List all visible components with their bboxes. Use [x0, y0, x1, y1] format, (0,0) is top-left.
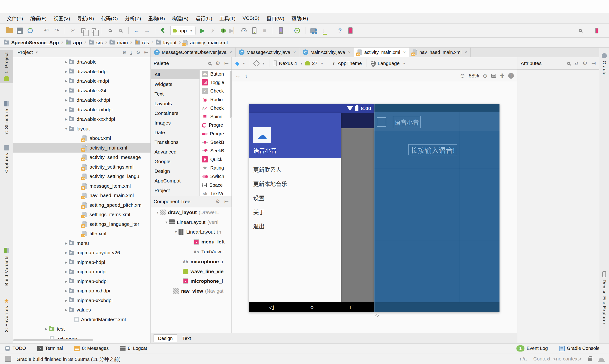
palette-widget-ratingbar[interactable]: Rating — [200, 164, 229, 172]
menu-view[interactable]: 视图(V) — [50, 15, 74, 22]
tab-mainactivity[interactable]: CMainActivity.java× — [299, 48, 354, 57]
breadcrumb-app[interactable]: app — [66, 40, 82, 45]
palette-category-all[interactable]: All — [151, 70, 199, 79]
search-everywhere-icon[interactable] — [576, 26, 584, 35]
tab-messagecontentobserver[interactable]: CMessageContentObserver.java× — [151, 48, 235, 57]
toolwindow-terminal-button[interactable]: Terminal — [37, 346, 63, 351]
menu-build[interactable]: 构建(B) — [168, 15, 192, 22]
menu-run[interactable]: 运行(U) — [192, 15, 216, 22]
blueprint-hint-outline[interactable]: 长按输入语音! — [408, 144, 457, 156]
toolwindow-logcat-button[interactable]: 6: Logcat — [120, 346, 147, 351]
menu-code[interactable]: 代码(C) — [98, 15, 121, 22]
tree-item-drawable-hdpi[interactable]: ▶drawable-hdpi — [13, 67, 151, 77]
palette-widget-quickcontactbadge[interactable]: Quick — [200, 155, 229, 164]
event-log-button[interactable]: 1Event Log — [517, 345, 548, 351]
run-config-selector[interactable]: app ▼ — [170, 26, 195, 35]
tab-messageactivity[interactable]: CMessageActivity.java× — [235, 48, 299, 57]
palette-widget-seekbar[interactable]: SeekB — [200, 138, 229, 146]
tree-item-settings-language-iter[interactable]: settings_language_iter — [13, 220, 151, 229]
search-icon[interactable] — [567, 62, 570, 65]
toolwindow-captures-button[interactable]: Captures — [0, 143, 13, 175]
tree-item-drawable-v24[interactable]: ▶drawable-v24 — [13, 86, 151, 96]
design-canvas[interactable]: 8:00 语音小音 更新联系人 更新本地音乐 设置 关于 退出 ◁ ○ □ 语音 — [232, 82, 517, 333]
tree-item-title-xml[interactable]: title.xml — [13, 229, 151, 238]
collapse-all-icon[interactable]: ↓ — [130, 50, 132, 55]
cut-icon[interactable]: ✂ — [69, 26, 77, 35]
palette-category-project[interactable]: Project — [151, 185, 199, 195]
hide-panel-icon[interactable]: ⇥ — [592, 60, 596, 66]
save-icon[interactable] — [16, 26, 24, 35]
redo-icon[interactable]: ↷ — [53, 26, 61, 35]
palette-widget-seekbar-discrete[interactable]: SeekB — [200, 147, 229, 155]
menu-vcs[interactable]: VCS(S) — [239, 15, 263, 21]
render-warning-icon[interactable]: ! — [508, 73, 514, 79]
tree-item-nav-haed-main-xml[interactable]: nav_haed_main.xml — [13, 191, 151, 200]
toolwindow-messages-button[interactable]: 0: Messages — [74, 346, 109, 351]
mode-tab-design[interactable]: Design — [154, 334, 177, 342]
close-icon[interactable]: × — [230, 50, 232, 55]
paste-icon[interactable] — [90, 26, 98, 35]
tree-item-activity-send-message[interactable]: activity_send_message — [13, 153, 151, 162]
drawer-item-update-local-music[interactable]: 更新本地音乐 — [253, 179, 287, 188]
close-icon[interactable]: × — [465, 50, 467, 55]
palette-widget-switch[interactable]: Switch — [200, 172, 229, 181]
hide-panel-icon[interactable]: ⇤ — [224, 60, 229, 66]
component-menu-left[interactable]: menu_left_ — [151, 237, 232, 247]
canvas-resize-grip[interactable] — [375, 314, 379, 317]
tree-item-drawable-mdpi[interactable]: ▶drawable-mdpi — [13, 76, 151, 86]
close-icon[interactable]: × — [403, 50, 406, 55]
replace-icon[interactable] — [116, 26, 124, 35]
help-icon[interactable]: ? — [336, 26, 344, 35]
tree-item-gitignore[interactable]: .gitignore — [13, 334, 151, 343]
lock-icon[interactable] — [588, 358, 592, 361]
tree-item-mipmap-anydpi-v26[interactable]: ▶mipmap-anydpi-v26 — [13, 248, 151, 258]
palette-category-containers[interactable]: Containers — [151, 108, 199, 118]
horizontal-resize-icon[interactable]: ↔ — [235, 73, 241, 79]
open-icon[interactable] — [5, 26, 13, 35]
nav-recents-icon[interactable]: □ — [350, 304, 354, 311]
status-context[interactable]: Context: <no context> — [533, 356, 582, 362]
toolwindow-gradle-button[interactable]: Gradle — [599, 51, 609, 78]
drawer-item-update-contacts[interactable]: 更新联系人 — [253, 165, 281, 173]
project-structure-icon[interactable] — [310, 26, 317, 35]
tab-activity-main-xml[interactable]: activity_main.xml× — [354, 48, 409, 57]
gradle-sync-icon[interactable] — [293, 26, 301, 35]
pan-hand-icon[interactable]: ✚ — [500, 73, 505, 79]
breadcrumb-project[interactable]: SpeechService_App — [4, 40, 59, 45]
component-wave-line-view[interactable]: wave_line_vie — [151, 267, 232, 276]
toolwindow-toggle-icon[interactable] — [5, 356, 11, 362]
palette-category-advanced[interactable]: Advanced — [151, 147, 199, 156]
gear-icon[interactable]: ⚙ — [136, 50, 140, 55]
palette-category-date[interactable]: Date — [151, 128, 199, 137]
palette-widget-checkbox[interactable]: Check — [200, 87, 229, 95]
palette-widget-button[interactable]: Button — [200, 70, 229, 78]
blueprint-title-outline[interactable]: 语音小音 — [393, 116, 421, 128]
component-microphone-text[interactable]: microphone_i — [151, 257, 232, 267]
sync-files-icon[interactable] — [26, 26, 34, 35]
tree-item-drawable-xhdpi[interactable]: ▶drawable-xhdpi — [13, 95, 151, 105]
toolwindow-todo-button[interactable]: TODO — [5, 346, 26, 351]
palette-widget-textview[interactable]: TextVi — [200, 189, 229, 196]
breadcrumb-res[interactable]: res — [135, 40, 149, 45]
menu-edit[interactable]: 编辑(E) — [26, 15, 50, 22]
zoom-fit-icon[interactable] — [491, 74, 496, 78]
locate-file-icon[interactable]: ⊕ — [122, 50, 127, 55]
breadcrumb-main[interactable]: main — [109, 40, 128, 45]
search-icon[interactable] — [208, 62, 211, 65]
menu-analyze[interactable]: 分析(Z) — [121, 15, 145, 22]
hide-panel-icon[interactable]: ⇤ — [224, 198, 229, 205]
toolbar-extra-icon[interactable] — [593, 26, 601, 35]
drawer-item-settings[interactable]: 设置 — [253, 194, 264, 202]
zoom-out-icon[interactable]: ⊖ — [460, 73, 465, 79]
undo-icon[interactable]: ↶ — [42, 26, 50, 35]
tree-item-layout[interactable]: ▼layout — [13, 124, 151, 134]
gear-icon[interactable]: ⚙ — [216, 198, 220, 205]
gradle-console-button[interactable]: Gradle Console — [559, 346, 600, 351]
tree-item-activity-settings-langu[interactable]: activity_settings_langu — [13, 172, 151, 181]
toolwindow-device-file-explorer-button[interactable]: Device File Explorer — [599, 269, 609, 327]
language-selector[interactable]: Language — [378, 61, 400, 66]
close-icon[interactable]: × — [348, 50, 351, 55]
palette-category-layouts[interactable]: Layouts — [151, 99, 199, 108]
tree-item-mipmap-hdpi[interactable]: ▶mipmap-hdpi — [13, 258, 151, 267]
toolwindow-build-variants-button[interactable]: Build Variants — [0, 245, 13, 288]
